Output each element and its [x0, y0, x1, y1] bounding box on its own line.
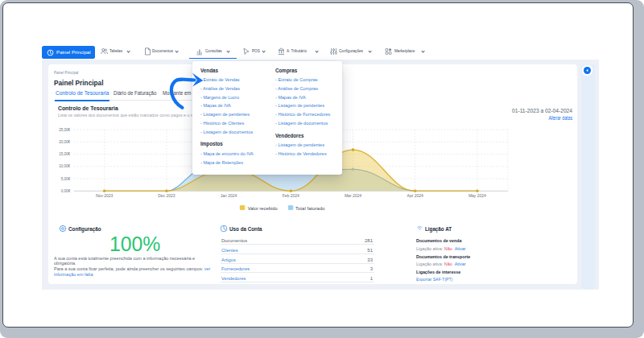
svg-text:Nov 2023: Nov 2023 [96, 193, 114, 198]
svg-text:15,00€: 15,00€ [59, 152, 70, 156]
svg-text:10,00€: 10,00€ [59, 164, 70, 168]
svg-text:Valor recebido: Valor recebido [248, 206, 278, 211]
svg-text:Feb 2024: Feb 2024 [283, 193, 299, 198]
svg-text:25,00€: 25,00€ [59, 128, 70, 132]
svg-text:Jan 2024: Jan 2024 [221, 193, 237, 198]
svg-text:May 2024: May 2024 [469, 193, 486, 198]
svg-text:Total faturado: Total faturado [295, 206, 325, 211]
svg-text:5,00€: 5,00€ [61, 177, 71, 181]
svg-text:Dec 2023: Dec 2023 [158, 193, 175, 198]
svg-text:0,00€: 0,00€ [61, 189, 71, 193]
svg-text:Apr 2024: Apr 2024 [407, 193, 424, 198]
svg-text:Mar 2024: Mar 2024 [345, 193, 361, 198]
svg-text:20,00€: 20,00€ [59, 140, 70, 144]
